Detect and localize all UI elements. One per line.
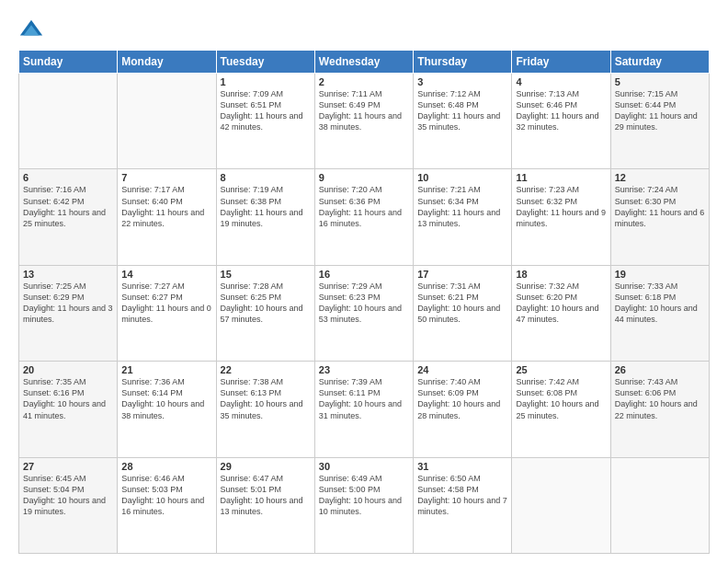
calendar-cell: 26Sunrise: 7:43 AM Sunset: 6:06 PM Dayli… bbox=[610, 362, 709, 457]
day-number: 27 bbox=[23, 461, 113, 472]
day-number: 8 bbox=[221, 172, 311, 183]
weekday-header-wednesday: Wednesday bbox=[314, 51, 413, 74]
day-info: Sunrise: 7:28 AM Sunset: 6:25 PM Dayligh… bbox=[221, 281, 311, 326]
calendar-cell: 9Sunrise: 7:20 AM Sunset: 6:36 PM Daylig… bbox=[314, 169, 413, 265]
calendar-cell: 12Sunrise: 7:24 AM Sunset: 6:30 PM Dayli… bbox=[610, 169, 709, 265]
calendar-cell: 4Sunrise: 7:13 AM Sunset: 6:46 PM Daylig… bbox=[512, 74, 610, 169]
calendar-cell: 2Sunrise: 7:11 AM Sunset: 6:49 PM Daylig… bbox=[314, 74, 413, 169]
weekday-header-friday: Friday bbox=[512, 51, 610, 74]
logo-icon bbox=[18, 17, 44, 42]
day-info: Sunrise: 6:45 AM Sunset: 5:04 PM Dayligh… bbox=[23, 473, 113, 518]
day-number: 4 bbox=[516, 76, 606, 87]
calendar-cell bbox=[610, 457, 709, 553]
day-info: Sunrise: 6:49 AM Sunset: 5:00 PM Dayligh… bbox=[319, 473, 409, 518]
calendar-cell: 15Sunrise: 7:28 AM Sunset: 6:25 PM Dayli… bbox=[216, 265, 314, 361]
day-info: Sunrise: 7:27 AM Sunset: 6:27 PM Dayligh… bbox=[121, 281, 211, 326]
calendar-cell: 16Sunrise: 7:29 AM Sunset: 6:23 PM Dayli… bbox=[314, 265, 413, 361]
day-number: 5 bbox=[615, 76, 705, 87]
day-number: 29 bbox=[221, 461, 311, 472]
day-number: 28 bbox=[121, 461, 211, 472]
calendar-cell: 22Sunrise: 7:38 AM Sunset: 6:13 PM Dayli… bbox=[216, 362, 314, 457]
day-info: Sunrise: 7:23 AM Sunset: 6:32 PM Dayligh… bbox=[516, 184, 606, 229]
day-info: Sunrise: 7:29 AM Sunset: 6:23 PM Dayligh… bbox=[319, 281, 409, 326]
day-info: Sunrise: 7:24 AM Sunset: 6:30 PM Dayligh… bbox=[615, 184, 705, 229]
calendar-cell: 5Sunrise: 7:15 AM Sunset: 6:44 PM Daylig… bbox=[610, 74, 709, 169]
weekday-header-saturday: Saturday bbox=[610, 51, 709, 74]
day-number: 7 bbox=[121, 172, 211, 183]
day-info: Sunrise: 7:20 AM Sunset: 6:36 PM Dayligh… bbox=[319, 184, 409, 229]
calendar-cell: 17Sunrise: 7:31 AM Sunset: 6:21 PM Dayli… bbox=[414, 265, 512, 361]
calendar-cell: 8Sunrise: 7:19 AM Sunset: 6:38 PM Daylig… bbox=[216, 169, 314, 265]
day-number: 16 bbox=[319, 269, 409, 280]
day-number: 20 bbox=[23, 364, 113, 375]
calendar-week-1: 6Sunrise: 7:16 AM Sunset: 6:42 PM Daylig… bbox=[19, 169, 710, 265]
day-info: Sunrise: 7:12 AM Sunset: 6:48 PM Dayligh… bbox=[417, 88, 507, 133]
day-number: 18 bbox=[516, 269, 606, 280]
day-info: Sunrise: 7:42 AM Sunset: 6:08 PM Dayligh… bbox=[516, 376, 606, 421]
day-number: 17 bbox=[417, 269, 507, 280]
day-number: 3 bbox=[417, 76, 507, 87]
calendar-week-0: 1Sunrise: 7:09 AM Sunset: 6:51 PM Daylig… bbox=[19, 74, 710, 169]
day-info: Sunrise: 7:21 AM Sunset: 6:34 PM Dayligh… bbox=[417, 184, 507, 229]
weekday-header-thursday: Thursday bbox=[414, 51, 512, 74]
day-info: Sunrise: 7:35 AM Sunset: 6:16 PM Dayligh… bbox=[23, 376, 113, 421]
day-info: Sunrise: 7:32 AM Sunset: 6:20 PM Dayligh… bbox=[516, 281, 606, 326]
day-info: Sunrise: 7:11 AM Sunset: 6:49 PM Dayligh… bbox=[319, 88, 409, 133]
calendar-week-2: 13Sunrise: 7:25 AM Sunset: 6:29 PM Dayli… bbox=[19, 265, 710, 361]
day-info: Sunrise: 7:17 AM Sunset: 6:40 PM Dayligh… bbox=[121, 184, 211, 229]
calendar-week-4: 27Sunrise: 6:45 AM Sunset: 5:04 PM Dayli… bbox=[19, 457, 710, 553]
calendar-cell: 6Sunrise: 7:16 AM Sunset: 6:42 PM Daylig… bbox=[19, 169, 118, 265]
day-number: 9 bbox=[319, 172, 409, 183]
day-number: 12 bbox=[615, 172, 705, 183]
calendar-cell: 31Sunrise: 6:50 AM Sunset: 4:58 PM Dayli… bbox=[414, 457, 512, 553]
calendar-cell: 27Sunrise: 6:45 AM Sunset: 5:04 PM Dayli… bbox=[19, 457, 118, 553]
calendar-cell: 19Sunrise: 7:33 AM Sunset: 6:18 PM Dayli… bbox=[610, 265, 709, 361]
day-number: 14 bbox=[121, 269, 211, 280]
calendar-cell: 21Sunrise: 7:36 AM Sunset: 6:14 PM Dayli… bbox=[118, 362, 216, 457]
calendar-table: SundayMondayTuesdayWednesdayThursdayFrid… bbox=[18, 50, 710, 554]
calendar-cell: 10Sunrise: 7:21 AM Sunset: 6:34 PM Dayli… bbox=[414, 169, 512, 265]
day-info: Sunrise: 6:46 AM Sunset: 5:03 PM Dayligh… bbox=[121, 473, 211, 518]
day-number: 2 bbox=[319, 76, 409, 87]
day-info: Sunrise: 7:43 AM Sunset: 6:06 PM Dayligh… bbox=[615, 376, 705, 421]
weekday-header-tuesday: Tuesday bbox=[216, 51, 314, 74]
header bbox=[18, 17, 710, 42]
day-number: 19 bbox=[615, 269, 705, 280]
page: SundayMondayTuesdayWednesdayThursdayFrid… bbox=[0, 0, 728, 563]
day-info: Sunrise: 6:47 AM Sunset: 5:01 PM Dayligh… bbox=[221, 473, 311, 518]
day-number: 25 bbox=[516, 364, 606, 375]
day-number: 10 bbox=[417, 172, 507, 183]
calendar-cell: 18Sunrise: 7:32 AM Sunset: 6:20 PM Dayli… bbox=[512, 265, 610, 361]
day-info: Sunrise: 7:31 AM Sunset: 6:21 PM Dayligh… bbox=[417, 281, 507, 326]
calendar-cell: 13Sunrise: 7:25 AM Sunset: 6:29 PM Dayli… bbox=[19, 265, 118, 361]
day-info: Sunrise: 7:09 AM Sunset: 6:51 PM Dayligh… bbox=[221, 88, 311, 133]
calendar-cell: 29Sunrise: 6:47 AM Sunset: 5:01 PM Dayli… bbox=[216, 457, 314, 553]
day-number: 22 bbox=[221, 364, 311, 375]
weekday-header-sunday: Sunday bbox=[19, 51, 118, 74]
day-info: Sunrise: 7:38 AM Sunset: 6:13 PM Dayligh… bbox=[221, 376, 311, 421]
day-number: 30 bbox=[319, 461, 409, 472]
calendar-cell: 7Sunrise: 7:17 AM Sunset: 6:40 PM Daylig… bbox=[118, 169, 216, 265]
calendar-cell: 11Sunrise: 7:23 AM Sunset: 6:32 PM Dayli… bbox=[512, 169, 610, 265]
calendar-cell: 1Sunrise: 7:09 AM Sunset: 6:51 PM Daylig… bbox=[216, 74, 314, 169]
day-info: Sunrise: 7:36 AM Sunset: 6:14 PM Dayligh… bbox=[121, 376, 211, 421]
calendar-cell: 24Sunrise: 7:40 AM Sunset: 6:09 PM Dayli… bbox=[414, 362, 512, 457]
day-info: Sunrise: 7:16 AM Sunset: 6:42 PM Dayligh… bbox=[23, 184, 113, 229]
calendar-cell: 3Sunrise: 7:12 AM Sunset: 6:48 PM Daylig… bbox=[414, 74, 512, 169]
calendar-cell: 20Sunrise: 7:35 AM Sunset: 6:16 PM Dayli… bbox=[19, 362, 118, 457]
calendar-cell: 25Sunrise: 7:42 AM Sunset: 6:08 PM Dayli… bbox=[512, 362, 610, 457]
day-info: Sunrise: 7:40 AM Sunset: 6:09 PM Dayligh… bbox=[417, 376, 507, 421]
calendar-cell: 14Sunrise: 7:27 AM Sunset: 6:27 PM Dayli… bbox=[118, 265, 216, 361]
day-info: Sunrise: 7:39 AM Sunset: 6:11 PM Dayligh… bbox=[319, 376, 409, 421]
calendar-week-3: 20Sunrise: 7:35 AM Sunset: 6:16 PM Dayli… bbox=[19, 362, 710, 457]
weekday-header-monday: Monday bbox=[118, 51, 216, 74]
day-info: Sunrise: 7:25 AM Sunset: 6:29 PM Dayligh… bbox=[23, 281, 113, 326]
day-number: 15 bbox=[221, 269, 311, 280]
day-number: 13 bbox=[23, 269, 113, 280]
day-number: 26 bbox=[615, 364, 705, 375]
calendar-cell bbox=[19, 74, 118, 169]
day-number: 23 bbox=[319, 364, 409, 375]
day-number: 21 bbox=[121, 364, 211, 375]
day-number: 24 bbox=[417, 364, 507, 375]
logo bbox=[18, 17, 46, 42]
